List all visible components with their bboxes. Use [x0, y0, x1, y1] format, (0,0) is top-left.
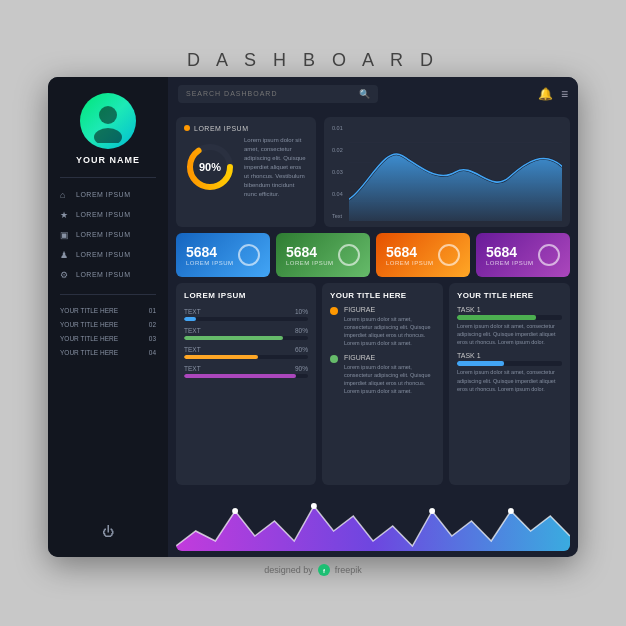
mid-text-0: FIGURAE Lorem ipsum dolor sit amet, cons… — [344, 306, 435, 348]
row2: 5684 LOREM IPSUM 5684 LOREM IPSUM — [176, 233, 570, 277]
text-item-0: FIGURAE Lorem ipsum dolor sit amet, cons… — [330, 306, 435, 348]
topbar-icons: 🔔 ≡ — [538, 87, 568, 101]
stat-label-3: LOREM IPSUM — [486, 260, 534, 266]
topbar: 🔍 🔔 ≡ — [168, 77, 578, 111]
donut-label: LOREM IPSUM — [194, 125, 249, 132]
sidebar-link-1[interactable]: YOUR TITLE HERE 02 — [48, 319, 168, 330]
mid-dot-1 — [330, 355, 338, 363]
sidebar-label-2: LOREM IPSUM — [76, 231, 131, 238]
row1: LOREM IPSUM — [176, 117, 570, 227]
stat-circle-0 — [238, 244, 260, 266]
search-input[interactable] — [186, 90, 353, 97]
area-chart-svg — [349, 123, 562, 221]
sidebar-item-3[interactable]: ♟ LOREM IPSUM — [48, 246, 168, 264]
sidebar-link-0[interactable]: YOUR TITLE HERE 01 — [48, 305, 168, 316]
sidebar-item-2[interactable]: ▣ LOREM IPSUM — [48, 226, 168, 244]
svg-point-10 — [429, 508, 435, 514]
stat-text-2: 5684 LOREM IPSUM — [386, 244, 434, 266]
freepik-logo-icon: f — [317, 563, 331, 577]
sidebar: YOUR NAME ⌂ LOREM IPSUM ★ LOREM IPSUM ▣ … — [48, 77, 168, 557]
sidebar-item-0[interactable]: ⌂ LOREM IPSUM — [48, 186, 168, 204]
dashboard-card: YOUR NAME ⌂ LOREM IPSUM ★ LOREM IPSUM ▣ … — [48, 77, 578, 557]
sidebar-label-0: LOREM IPSUM — [76, 191, 131, 198]
donut-row: 90% Lorem ipsum dolor sit amet, consecte… — [184, 136, 308, 199]
home-icon: ⌂ — [60, 190, 70, 200]
orange-dot — [184, 125, 190, 131]
sidebar-item-1[interactable]: ★ LOREM IPSUM — [48, 206, 168, 224]
menu-icon[interactable]: ≡ — [561, 87, 568, 101]
stat-card-0: 5684 LOREM IPSUM — [176, 233, 270, 277]
avatar — [80, 93, 136, 149]
person-icon: ♟ — [60, 250, 70, 260]
stat-number-0: 5684 — [186, 244, 234, 260]
stat-card-1: 5684 LOREM IPSUM — [276, 233, 370, 277]
avatar-icon — [86, 99, 130, 143]
search-bar[interactable]: 🔍 — [178, 85, 378, 103]
sidebar-label-3: LOREM IPSUM — [76, 251, 131, 258]
user-name: YOUR NAME — [76, 155, 140, 165]
stat-number-3: 5684 — [486, 244, 534, 260]
stat-number-1: 5684 — [286, 244, 334, 260]
mid-col: YOUR TITLE HERE FIGURAE Lorem ipsum dolo… — [322, 283, 443, 485]
bottom-chart — [176, 491, 570, 551]
row3: LOREM IPSUM TEXT10% TEXT80% TEXT60% — [176, 283, 570, 485]
progress-item-0: TEXT10% — [184, 308, 308, 321]
bell-icon[interactable]: 🔔 — [538, 87, 553, 101]
donut-percent: 90% — [199, 161, 221, 173]
page-title: D A S H B O A R D — [187, 50, 439, 71]
svg-point-11 — [508, 508, 514, 514]
stat-number-2: 5684 — [386, 244, 434, 260]
sidebar-links: YOUR TITLE HERE 01 YOUR TITLE HERE 02 YO… — [48, 305, 168, 358]
search-icon: 🔍 — [359, 89, 370, 99]
content-area: LOREM IPSUM — [168, 111, 578, 557]
mid-text-1: FIGURAE Lorem ipsum dolor sit amet, cons… — [344, 354, 435, 396]
progress-item-2: TEXT60% — [184, 346, 308, 359]
power-icon[interactable]: ⏻ — [102, 525, 114, 539]
progress-card-title: LOREM IPSUM — [184, 291, 308, 300]
svg-point-9 — [311, 503, 317, 509]
svg-point-0 — [99, 106, 117, 124]
stat-circle-2 — [438, 244, 460, 266]
task-item-1: TASK 1 Lorem ipsum dolor sit amet, conse… — [457, 352, 562, 393]
star-icon: ★ — [60, 210, 70, 220]
gear-icon: ⚙ — [60, 270, 70, 280]
stat-circle-3 — [538, 244, 560, 266]
footer-brand: freepik — [335, 565, 362, 575]
text-item-1: FIGURAE Lorem ipsum dolor sit amet, cons… — [330, 354, 435, 396]
sidebar-link-3[interactable]: YOUR TITLE HERE 04 — [48, 347, 168, 358]
sidebar-label-4: LOREM IPSUM — [76, 271, 131, 278]
stat-text-0: 5684 LOREM IPSUM — [186, 244, 234, 266]
chart-axis: 0.01 0.02 0.03 0.04 Text — [332, 123, 562, 221]
donut-card: LOREM IPSUM — [176, 117, 316, 227]
bottom-chart-svg — [176, 491, 570, 551]
footer-text: designed by — [264, 565, 313, 575]
svg-point-1 — [94, 128, 122, 143]
mid-dot-0 — [330, 307, 338, 315]
mid-col-title: YOUR TITLE HERE — [330, 291, 435, 300]
sidebar-link-2[interactable]: YOUR TITLE HERE 03 — [48, 333, 168, 344]
progress-card: LOREM IPSUM TEXT10% TEXT80% TEXT60% — [176, 283, 316, 485]
stat-text-3: 5684 LOREM IPSUM — [486, 244, 534, 266]
progress-item-1: TEXT80% — [184, 327, 308, 340]
donut-body-text: Lorem ipsum dolor sit amet, consectetur … — [244, 136, 308, 199]
right-col: YOUR TITLE HERE TASK 1 Lorem ipsum dolor… — [449, 283, 570, 485]
donut-wrap: 90% — [184, 141, 236, 193]
stat-circle-1 — [338, 244, 360, 266]
sidebar-label-1: LOREM IPSUM — [76, 211, 131, 218]
stat-label-0: LOREM IPSUM — [186, 260, 234, 266]
sidebar-nav: ⌂ LOREM IPSUM ★ LOREM IPSUM ▣ LOREM IPSU… — [48, 186, 168, 284]
sidebar-item-4[interactable]: ⚙ LOREM IPSUM — [48, 266, 168, 284]
sidebar-divider — [60, 177, 156, 178]
grid-icon: ▣ — [60, 230, 70, 240]
stat-label-2: LOREM IPSUM — [386, 260, 434, 266]
axis-labels: 0.01 0.02 0.03 0.04 Text — [332, 123, 343, 221]
outer-wrapper: D A S H B O A R D YOUR NAME ⌂ LOREM IPSU… — [48, 50, 578, 577]
svg-point-8 — [232, 508, 238, 514]
stat-label-1: LOREM IPSUM — [286, 260, 334, 266]
stat-card-2: 5684 LOREM IPSUM — [376, 233, 470, 277]
footer-credit: designed by f freepik — [264, 563, 362, 577]
chart-svg-wrap — [349, 123, 562, 221]
sidebar-bottom: ⏻ — [94, 517, 122, 547]
main-content: 🔍 🔔 ≡ LOREM IPSUM — [168, 77, 578, 557]
task-item-0: TASK 1 Lorem ipsum dolor sit amet, conse… — [457, 306, 562, 347]
